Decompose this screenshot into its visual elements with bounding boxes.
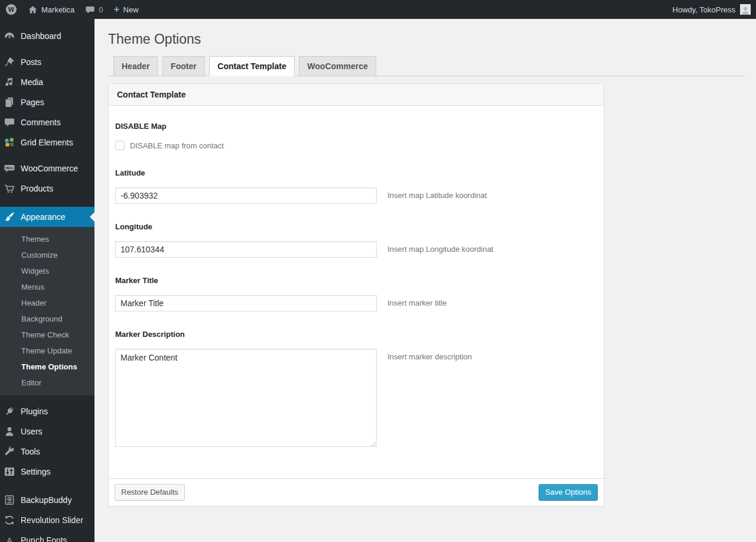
submenu-item-editor[interactable]: Editor bbox=[0, 375, 94, 391]
sidebar-label: BackupBuddy bbox=[21, 495, 71, 505]
longitude-label: Longitude bbox=[115, 222, 597, 231]
panel-title: Contact Template bbox=[109, 84, 604, 106]
site-name-menu[interactable]: Marketica bbox=[22, 0, 80, 19]
appearance-submenu: Themes Customize Widgets Menus Header Ba… bbox=[0, 227, 94, 395]
sidebar-item-appearance[interactable]: Appearance bbox=[0, 207, 94, 227]
sidebar-label: Revolution Slider bbox=[21, 515, 83, 525]
plus-icon: + bbox=[114, 4, 120, 14]
avatar bbox=[740, 4, 751, 15]
tab-contact-template[interactable]: Contact Template bbox=[209, 56, 294, 76]
wrench-icon bbox=[4, 446, 15, 457]
svg-text:W: W bbox=[8, 6, 15, 13]
marker-description-field-group: Marker Description Insert marker descrip… bbox=[115, 330, 597, 449]
sidebar-item-plugins[interactable]: Plugins bbox=[0, 401, 94, 421]
marker-title-field-group: Marker Title Insert marker title bbox=[115, 276, 597, 311]
marker-description-label: Marker Description bbox=[115, 330, 597, 339]
sidebar-item-woocommerce[interactable]: Woo WooCommerce bbox=[0, 158, 94, 178]
sidebar-label: Settings bbox=[21, 467, 51, 476]
latitude-input[interactable] bbox=[115, 187, 377, 204]
sidebar-label: Products bbox=[21, 184, 53, 193]
grid-elements-icon bbox=[4, 137, 15, 148]
submenu-item-theme-update[interactable]: Theme Update bbox=[0, 343, 94, 359]
marker-title-label: Marker Title bbox=[115, 276, 597, 285]
home-icon bbox=[28, 5, 38, 15]
longitude-field-group: Longitude Insert map Longitude koordinat bbox=[115, 222, 597, 258]
sidebar-label: Pages bbox=[21, 98, 44, 107]
pages-icon bbox=[4, 96, 15, 108]
comments-menu[interactable]: 0 bbox=[80, 0, 108, 19]
marker-description-textarea[interactable] bbox=[115, 349, 377, 447]
comment-bubble-icon bbox=[85, 5, 95, 15]
sidebar-item-users[interactable]: Users bbox=[0, 421, 94, 442]
cart-icon bbox=[4, 183, 15, 194]
disable-map-label: DISABLE Map bbox=[115, 122, 597, 131]
marker-title-help-text: Insert marker title bbox=[387, 298, 447, 308]
page-title: Theme Options bbox=[108, 19, 744, 56]
sidebar-item-products[interactable]: Products bbox=[0, 178, 94, 199]
sidebar-item-punch-fonts[interactable]: A Punch Fonts bbox=[0, 530, 94, 542]
plug-icon bbox=[4, 405, 15, 417]
marker-title-input[interactable] bbox=[115, 295, 377, 311]
sidebar-label: Tools bbox=[21, 447, 40, 456]
disable-map-field-group: DISABLE Map DISABLE map from contact bbox=[115, 122, 597, 150]
sidebar-item-grid-elements[interactable]: Grid Elements bbox=[0, 132, 94, 152]
submenu-item-widgets[interactable]: Widgets bbox=[0, 263, 94, 279]
sidebar-item-settings[interactable]: Settings bbox=[0, 462, 94, 482]
marker-description-help-text: Insert marker description bbox=[387, 352, 472, 362]
circular-arrows-icon bbox=[4, 514, 15, 526]
sidebar-item-revolution-slider[interactable]: Revolution Slider bbox=[0, 510, 94, 530]
backup-box-icon bbox=[4, 494, 15, 506]
new-label: New bbox=[123, 5, 139, 14]
sidebar-label: Plugins bbox=[21, 407, 48, 416]
longitude-input[interactable] bbox=[115, 241, 377, 258]
account-menu[interactable]: Howdy, TokoPress bbox=[667, 0, 756, 19]
submenu-item-header[interactable]: Header bbox=[0, 295, 94, 311]
tab-footer[interactable]: Footer bbox=[162, 56, 205, 76]
howdy-label: Howdy, TokoPress bbox=[673, 5, 735, 14]
comment-count-badge: 0 bbox=[99, 5, 103, 14]
sidebar-item-media[interactable]: Media bbox=[0, 72, 94, 92]
sidebar-item-posts[interactable]: Posts bbox=[0, 52, 94, 72]
submenu-item-theme-check[interactable]: Theme Check bbox=[0, 327, 94, 343]
tab-bar: Header Footer Contact Template WooCommer… bbox=[108, 56, 744, 76]
sidebar-item-backupbuddy[interactable]: BackupBuddy bbox=[0, 490, 94, 510]
disable-map-checkbox-row[interactable]: DISABLE map from contact bbox=[115, 141, 597, 150]
pushpin-icon bbox=[4, 56, 15, 68]
letter-a-icon: A bbox=[4, 534, 15, 542]
panel-footer: Restore Defaults Save Options bbox=[109, 478, 604, 506]
sidebar-label: Grid Elements bbox=[21, 138, 73, 147]
wordpress-logo-menu[interactable]: W bbox=[0, 0, 22, 19]
new-content-menu[interactable]: + New bbox=[109, 0, 144, 19]
sidebar-label: Appearance bbox=[21, 212, 66, 222]
sidebar-item-comments[interactable]: Comments bbox=[0, 112, 94, 132]
woocommerce-badge-icon: Woo bbox=[4, 163, 15, 174]
sidebar-label: WooCommerce bbox=[21, 164, 78, 173]
svg-text:Woo: Woo bbox=[6, 166, 14, 170]
admin-sidebar: Dashboard Posts Media Pages Comments bbox=[0, 19, 94, 542]
site-name-label: Marketica bbox=[41, 5, 74, 14]
disable-map-checkbox-label: DISABLE map from contact bbox=[130, 141, 224, 150]
save-options-button[interactable]: Save Options bbox=[539, 484, 598, 501]
sidebar-item-dashboard[interactable]: Dashboard bbox=[0, 26, 94, 46]
tab-header[interactable]: Header bbox=[113, 56, 158, 76]
comments-icon bbox=[4, 116, 15, 128]
sidebar-label: Users bbox=[21, 427, 43, 436]
sidebar-label: Comments bbox=[21, 118, 61, 127]
sidebar-item-pages[interactable]: Pages bbox=[0, 92, 94, 112]
sidebar-label: Posts bbox=[21, 57, 41, 67]
submenu-item-menus[interactable]: Menus bbox=[0, 279, 94, 295]
submenu-item-background[interactable]: Background bbox=[0, 311, 94, 327]
latitude-label: Latitude bbox=[115, 168, 597, 177]
submenu-item-themes[interactable]: Themes bbox=[0, 231, 94, 247]
tab-woocommerce[interactable]: WooCommerce bbox=[299, 56, 376, 76]
disable-map-checkbox[interactable] bbox=[115, 141, 125, 150]
panel-body: DISABLE Map DISABLE map from contact Lat… bbox=[109, 106, 604, 478]
music-notes-icon bbox=[4, 76, 15, 88]
dashboard-icon bbox=[4, 30, 15, 42]
latitude-field-group: Latitude Insert map Latitude koordinat bbox=[115, 168, 597, 204]
sidebar-item-tools[interactable]: Tools bbox=[0, 442, 94, 462]
sidebar-label: Dashboard bbox=[21, 31, 61, 41]
submenu-item-customize[interactable]: Customize bbox=[0, 247, 94, 263]
submenu-item-theme-options[interactable]: Theme Options bbox=[0, 359, 94, 375]
restore-defaults-button[interactable]: Restore Defaults bbox=[115, 484, 185, 501]
